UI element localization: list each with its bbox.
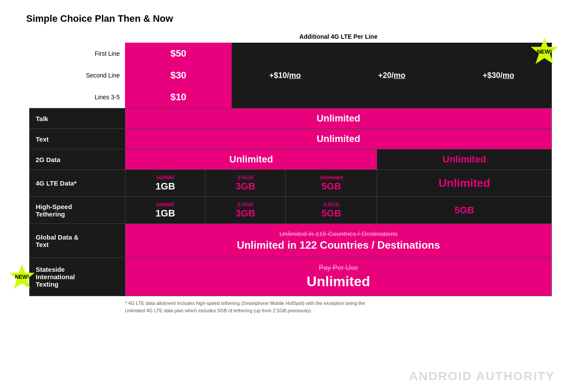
- tethering-label: High-SpeedTethering: [30, 197, 125, 224]
- 4g-cell3-new: 5GB: [289, 181, 373, 192]
- footnote: * 4G LTE data allotment includes high-sp…: [29, 300, 552, 314]
- global-data-new: Unlimited in 122 Countries / Destination…: [134, 239, 543, 251]
- main-title: Simple Choice Plan Then & Now: [26, 13, 555, 24]
- additional-label: Additional 4G LTE Per Line: [125, 33, 552, 40]
- tethering-row: High-SpeedTethering 500MB 1GB 2.5GB 3GB …: [30, 197, 552, 224]
- 4g-cell2-new: 3GB: [209, 181, 282, 192]
- 4g-cell1-old: 500MB: [129, 174, 202, 181]
- tethering-cell1-new: 1GB: [129, 208, 202, 219]
- 4g-cell2: 2.5GB 3GB: [206, 170, 286, 197]
- global-data-old: Unlimited in 115 Countries / Destination…: [134, 230, 543, 237]
- watermark: ANDROID AUTHORITY: [409, 369, 555, 383]
- tethering-cell2-old: 2.5GB: [209, 201, 282, 208]
- tethering-cell4: 5GB: [377, 197, 552, 224]
- first-line-price: $50: [125, 43, 232, 64]
- first-line-label: First Line: [29, 43, 125, 64]
- 4g-cell4: Unlimited: [377, 170, 552, 197]
- text-label: Text: [30, 129, 125, 149]
- second-line-price: $30: [125, 64, 232, 86]
- second-line-label: Second Line: [29, 64, 125, 86]
- 2g-data-row: 2G Data Unlimited Unlimited: [30, 149, 552, 170]
- talk-row: Talk Unlimited: [30, 108, 552, 129]
- 2g-value: Unlimited: [125, 149, 377, 170]
- tethering-cell2: 2.5GB 3GB: [206, 197, 286, 224]
- text-row: Text Unlimited: [30, 129, 552, 149]
- tethering-cell3-new: 5GB: [289, 208, 373, 219]
- 4g-cell3-old: Unlimited: [289, 174, 373, 181]
- stateside-label: NEW! StatesideInternationalTexting: [30, 258, 125, 296]
- global-data-row: Global Data &Text Unlimited in 115 Count…: [30, 224, 552, 258]
- talk-label: Talk: [30, 108, 125, 129]
- col3-price: +20/mo: [338, 43, 445, 108]
- 4g-cell3: Unlimited 5GB: [286, 170, 377, 197]
- 4g-cell4-new: Unlimited: [381, 176, 548, 190]
- tethering-cell3: 2.5GB 5GB: [286, 197, 377, 224]
- 4g-cell2-old: 2.5GB: [209, 174, 282, 181]
- stateside-old: Pay Per Use: [134, 264, 543, 272]
- tethering-cell1: 500MB 1GB: [125, 197, 206, 224]
- col2-price: +$10/mo: [232, 43, 338, 108]
- stateside-value: Pay Per Use Unlimited: [125, 258, 552, 296]
- global-data-value: Unlimited in 115 Countries / Destination…: [125, 224, 552, 258]
- lines35-price: $10: [125, 86, 232, 108]
- 4g-cell1-new: 1GB: [129, 181, 202, 192]
- tethering-cell2-new: 3GB: [209, 208, 282, 219]
- lines-35-label: Lines 3-5: [29, 86, 125, 108]
- global-data-label: Global Data &Text: [30, 224, 125, 258]
- 2g-dark-value: Unlimited: [377, 149, 552, 170]
- 4g-label: 4G LTE Data*: [30, 170, 125, 197]
- 4g-lte-row: 4G LTE Data* 500MB 1GB 2.5GB 3GB Unlimit…: [30, 170, 552, 197]
- 4g-cell1: 500MB 1GB: [125, 170, 206, 197]
- talk-value: Unlimited: [125, 108, 552, 129]
- new-badge-top: NEW!: [529, 36, 560, 67]
- tethering-cell4-new: 5GB: [381, 205, 548, 216]
- stateside-row: NEW! StatesideInternationalTexting Pay P…: [30, 258, 552, 296]
- tethering-cell1-old: 500MB: [129, 201, 202, 208]
- tethering-cell3-old: 2.5GB: [289, 201, 373, 208]
- 2g-label: 2G Data: [30, 149, 125, 170]
- stateside-new: Unlimited: [134, 274, 543, 290]
- text-value: Unlimited: [125, 129, 552, 149]
